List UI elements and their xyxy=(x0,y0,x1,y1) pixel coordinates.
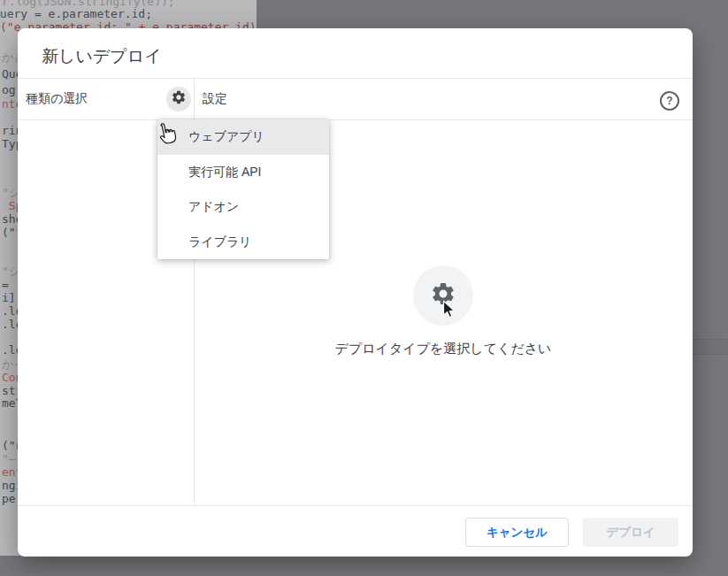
menu-item-1[interactable]: ウェブアプリ xyxy=(157,119,329,155)
settings-gear-icon xyxy=(430,280,456,311)
background-band xyxy=(693,340,728,354)
question-mark-icon: ? xyxy=(666,95,672,107)
empty-state-circle xyxy=(413,265,473,326)
background-edge-line xyxy=(693,339,728,340)
deployment-type-gear-button[interactable] xyxy=(166,87,191,111)
deploy-type-menu: ウェブアプリ実行可能 APIアドオンライブラリ xyxy=(157,119,329,259)
menu-item-4[interactable]: ライブラリ xyxy=(157,225,329,260)
help-button[interactable]: ? xyxy=(660,91,679,111)
settings-header: 設定 xyxy=(203,78,227,119)
footer-divider xyxy=(18,505,693,506)
modal-backdrop: r.log(JSON.stringify(e));query = e.param… xyxy=(0,0,728,576)
deploy-button[interactable]: デプロイ xyxy=(583,518,678,547)
header-bottom-divider xyxy=(18,119,693,120)
select-type-header: 種類の選択 xyxy=(26,78,88,119)
menu-item-3[interactable]: アドオン xyxy=(157,189,329,225)
dialog-title: 新しいデプロイ xyxy=(42,45,162,68)
gear-icon xyxy=(171,89,187,109)
code-line: query = e.parameter.id; xyxy=(0,7,152,20)
cancel-button[interactable]: キャンセル xyxy=(465,518,569,547)
empty-state-message: デプロイタイプを選択してください xyxy=(194,341,693,357)
new-deployment-dialog: 新しいデプロイ 種類の選択 設定 ? デプロイタイプを選択してください ウェブア… xyxy=(18,28,693,557)
background-edge-line xyxy=(693,354,728,355)
header-top-divider xyxy=(18,78,693,79)
code-line: "― xyxy=(2,452,16,465)
menu-item-2[interactable]: 実行可能 API xyxy=(157,155,329,190)
